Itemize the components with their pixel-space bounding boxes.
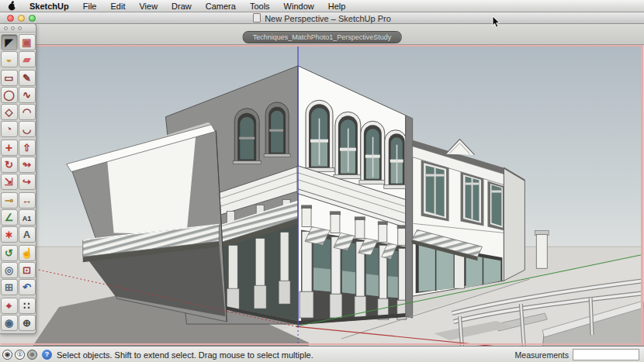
rectangle-tool-button[interactable]: ▭ xyxy=(1,70,18,86)
apple-logo-icon xyxy=(8,1,16,11)
tab-strip: Techniques_MatchPhoto1_PerspectiveStudy xyxy=(0,24,644,45)
two-point-arc-tool-button[interactable]: ◡ xyxy=(19,121,36,137)
status-bar: ◉①☻ ? Select objects. Shift to extend se… xyxy=(0,346,644,362)
palette-zoom-dot[interactable] xyxy=(18,26,22,30)
menu-sketchup[interactable]: SketchUp xyxy=(23,2,76,11)
line-tool-button[interactable]: ✎ xyxy=(19,70,36,86)
push-pull-tool-button[interactable]: ⇧ xyxy=(19,140,36,156)
menu-bar: SketchUpFileEditViewDrawCameraToolsWindo… xyxy=(0,0,644,12)
orbit-tool-icon: ↺ xyxy=(5,247,13,259)
palette-header[interactable] xyxy=(0,24,36,33)
arc-tool-icon: ◠ xyxy=(23,106,31,118)
paint-bucket-tool-button[interactable]: ◒ xyxy=(1,51,18,67)
protractor-tool-icon: ∠ xyxy=(5,212,14,223)
help-icon[interactable]: ? xyxy=(42,350,52,360)
select-tool-icon: ◤ xyxy=(5,36,13,48)
polygon-tool-icon: ◇ xyxy=(5,106,13,118)
dimension-tool-button[interactable]: ↔ xyxy=(19,192,36,209)
scene-tab[interactable]: Techniques_MatchPhoto1_PerspectiveStudy xyxy=(243,31,402,43)
axes-tool-button[interactable]: ∗ xyxy=(1,226,18,243)
apple-menu[interactable] xyxy=(0,1,23,11)
sketchup-window: SketchUpFileEditViewDrawCameraToolsWindo… xyxy=(0,0,644,362)
model-viewport[interactable] xyxy=(0,45,644,346)
arched-window xyxy=(334,112,362,178)
zoom-window-tool-icon: ⊡ xyxy=(23,264,31,276)
palette-min-dot[interactable] xyxy=(11,26,15,30)
scale-tool-icon: ⇲ xyxy=(5,176,13,188)
zoom-extents-tool-button[interactable]: ⊞ xyxy=(1,279,18,295)
menu-draw[interactable]: Draw xyxy=(164,2,199,11)
position-camera-tool-icon: ⌖ xyxy=(6,300,12,312)
3d-text-tool-button[interactable]: A xyxy=(19,226,36,243)
eraser-tool-icon: ▰ xyxy=(23,53,31,65)
rotate-tool-button[interactable]: ↻ xyxy=(1,157,18,173)
circle-tool-icon: ◯ xyxy=(3,89,15,101)
zoom-extents-tool-icon: ⊞ xyxy=(5,281,13,293)
look-around-tool-icon: ◉ xyxy=(5,317,13,329)
freehand-tool-button[interactable]: ∿ xyxy=(19,87,36,103)
paint-bucket-tool-icon: ◒ xyxy=(6,53,12,65)
credit-icon[interactable]: ① xyxy=(15,350,25,360)
mouse-cursor xyxy=(492,16,501,32)
make-component-tool-button[interactable]: ▣ xyxy=(19,34,36,50)
pie-tool-button[interactable]: ◔ xyxy=(1,121,18,137)
eraser-tool-button[interactable]: ▰ xyxy=(19,51,36,67)
measurements-label: Measurements xyxy=(515,350,569,360)
rotate-tool-icon: ↻ xyxy=(5,159,13,171)
measurements-wrap: Measurements xyxy=(515,349,644,360)
previous-view-tool-icon: ↶ xyxy=(23,281,31,293)
title-bar[interactable]: New Perspective – SketchUp Pro xyxy=(0,12,644,24)
tape-measure-tool-icon: ⊸ xyxy=(5,195,13,206)
3d-text-tool-icon: A xyxy=(23,229,30,240)
push-pull-tool-icon: ⇧ xyxy=(23,142,31,153)
follow-me-tool-icon: ↬ xyxy=(23,159,31,171)
upper-window xyxy=(487,181,504,231)
circle-tool-button[interactable]: ◯ xyxy=(1,87,18,103)
menu-file[interactable]: File xyxy=(76,2,104,11)
menu-help[interactable]: Help xyxy=(321,2,353,11)
palette-body: ◤▣◒▰▭✎◯∿◇◠◔◡+⇧↻↬⇲↪⊸↔∠A1∗A↺☝◎⊡⊞↶⌖∷◉⊕ xyxy=(0,33,36,333)
pan-tool-button[interactable]: ☝ xyxy=(19,245,36,261)
upper-window xyxy=(421,160,449,222)
select-tool-button[interactable]: ◤ xyxy=(1,34,18,50)
two-point-arc-tool-icon: ◡ xyxy=(23,123,31,135)
orbit-tool-button[interactable]: ↺ xyxy=(1,245,18,261)
menu-view[interactable]: View xyxy=(132,2,164,11)
measurements-input[interactable] xyxy=(573,349,639,360)
model-scene xyxy=(0,45,644,346)
window-title: New Perspective – SketchUp Pro xyxy=(265,14,391,23)
status-message: Select objects. Shift to extend select. … xyxy=(57,350,313,360)
position-camera-tool-button[interactable]: ⌖ xyxy=(1,298,18,314)
protractor-tool-button[interactable]: ∠ xyxy=(1,209,18,226)
axes-tool-icon: ∗ xyxy=(5,229,13,240)
line-tool-icon: ✎ xyxy=(23,72,31,84)
zoom-tool-button[interactable]: ◎ xyxy=(1,262,18,278)
look-around-tool-button[interactable]: ◉ xyxy=(1,315,18,331)
tape-measure-tool-button[interactable]: ⊸ xyxy=(1,192,18,209)
menu-window[interactable]: Window xyxy=(277,2,321,11)
menu-tools[interactable]: Tools xyxy=(243,2,277,11)
geolocation-icon[interactable]: ◉ xyxy=(2,350,12,360)
previous-view-tool-button[interactable]: ↶ xyxy=(19,279,36,295)
palette-close-dot[interactable] xyxy=(4,26,8,30)
zoom-window-tool-button[interactable]: ⊡ xyxy=(19,262,36,278)
offset-tool-button[interactable]: ↪ xyxy=(19,174,36,190)
menu-camera[interactable]: Camera xyxy=(199,2,243,11)
scale-tool-button[interactable]: ⇲ xyxy=(1,174,18,190)
move-tool-button[interactable]: + xyxy=(1,140,18,156)
account-icon[interactable]: ☻ xyxy=(27,350,37,360)
section-target-tool-button[interactable]: ⊕ xyxy=(19,315,36,331)
walk-tool-icon: ∷ xyxy=(23,300,29,312)
section-target-tool-icon: ⊕ xyxy=(23,317,31,329)
document-icon xyxy=(253,13,261,22)
arc-tool-button[interactable]: ◠ xyxy=(19,104,36,120)
status-icons: ◉①☻ xyxy=(0,350,37,360)
zoom-tool-icon: ◎ xyxy=(5,264,13,276)
text-tool-button[interactable]: A1 xyxy=(19,209,36,226)
menu-edit[interactable]: Edit xyxy=(103,2,132,11)
text-tool-icon: A1 xyxy=(23,215,32,222)
arched-window xyxy=(359,121,386,184)
walk-tool-button[interactable]: ∷ xyxy=(19,298,36,314)
follow-me-tool-button[interactable]: ↬ xyxy=(19,157,36,173)
polygon-tool-button[interactable]: ◇ xyxy=(1,104,18,120)
